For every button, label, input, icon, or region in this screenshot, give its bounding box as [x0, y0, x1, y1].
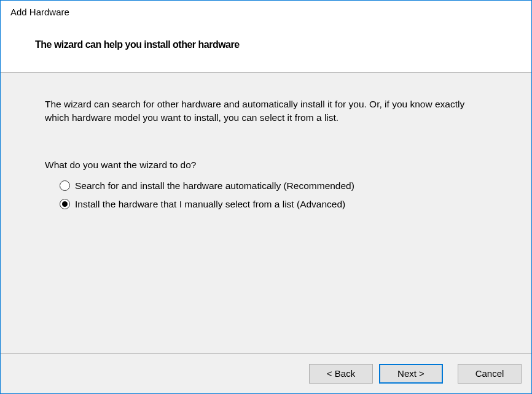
radio-label-manual: Install the hardware that I manually sel…	[75, 199, 345, 210]
wizard-heading: The wizard can help you install other ha…	[35, 39, 522, 50]
radio-option-manual[interactable]: Install the hardware that I manually sel…	[60, 199, 487, 210]
next-button[interactable]: Next >	[379, 364, 443, 384]
wizard-content: The wizard can search for other hardware…	[1, 73, 531, 353]
radio-option-auto[interactable]: Search for and install the hardware auto…	[60, 180, 487, 191]
window-title: Add Hardware	[10, 7, 522, 17]
radio-icon	[60, 199, 70, 209]
add-hardware-wizard: Add Hardware The wizard can help you ins…	[0, 0, 532, 394]
wizard-footer: < Back Next > Cancel	[1, 353, 531, 393]
radio-icon	[60, 180, 70, 191]
wizard-header: Add Hardware The wizard can help you ins…	[1, 1, 531, 72]
radio-label-auto: Search for and install the hardware auto…	[75, 180, 354, 191]
radio-group: Search for and install the hardware auto…	[45, 180, 487, 210]
back-button[interactable]: < Back	[309, 364, 373, 384]
cancel-button[interactable]: Cancel	[458, 364, 522, 384]
wizard-description: The wizard can search for other hardware…	[45, 98, 487, 125]
wizard-question: What do you want the wizard to do?	[45, 160, 487, 171]
